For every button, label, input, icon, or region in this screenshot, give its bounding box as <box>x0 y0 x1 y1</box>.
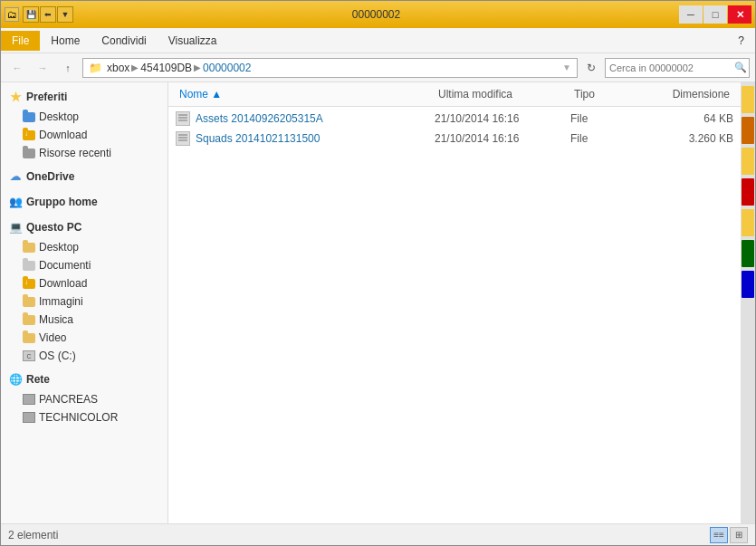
gruppo-home-label: Gruppo home <box>26 196 98 208</box>
col-header-date[interactable]: Ultima modifica <box>435 86 570 102</box>
file-type-squads: File <box>570 132 643 145</box>
sidebar-item-technicolor[interactable]: TECHNICOLOR <box>1 408 167 426</box>
close-button[interactable]: ✕ <box>728 5 751 24</box>
homegroup-icon: 👥 <box>8 195 23 209</box>
search-icon: 🔍 <box>734 62 747 73</box>
technicolor-label: TECHNICOLOR <box>39 411 118 424</box>
desktop-fav-label: Desktop <box>39 110 79 123</box>
sidebar-item-recent[interactable]: Risorse recenti <box>1 144 167 162</box>
desktop-pc-label: Desktop <box>39 241 79 254</box>
breadcrumb-path: 📁 xbox ▶ 454109DB ▶ 00000002 <box>89 62 559 74</box>
folder-generic-icon-desktop <box>23 243 35 253</box>
refresh-button[interactable]: ↻ <box>581 58 601 78</box>
sidebar-item-download-pc[interactable]: Download <box>1 274 167 292</box>
recent-label: Risorse recenti <box>39 147 111 159</box>
sidebar-item-musica[interactable]: Musica <box>1 311 167 329</box>
col-header-type[interactable]: Tipo <box>570 86 643 102</box>
pancreas-label: PANCREAS <box>39 393 98 406</box>
maximize-button[interactable]: □ <box>703 5 727 24</box>
strip-item-6 <box>742 240 754 267</box>
musica-label: Musica <box>39 313 73 326</box>
file-name-assets: Assets 20140926205315A <box>196 112 435 125</box>
quick-access-save[interactable]: 💾 <box>23 6 39 23</box>
file-name-squads: Squads 20141021131500 <box>196 132 435 145</box>
strip-item-7 <box>742 271 754 298</box>
folder-icon-address: 📁 <box>89 62 102 74</box>
folder-immagini-icon <box>23 297 35 307</box>
search-input[interactable] <box>609 62 734 73</box>
file-row-squads[interactable]: Squads 20141021131500 21/10/2014 16:16 F… <box>168 129 741 148</box>
breadcrumb-current: 00000002 <box>203 62 251 74</box>
col-header-size[interactable]: Dimensione <box>643 86 733 102</box>
sidebar-item-pancreas[interactable]: PANCREAS <box>1 390 167 408</box>
sidebar-section-onedrive: ☁ OneDrive <box>1 166 167 187</box>
file-list-area: Nome ▲ Ultima modifica Tipo Dimensione A… <box>168 82 741 523</box>
folder-blue-icon <box>23 112 35 122</box>
menu-item-view[interactable]: Visualizza <box>158 31 228 51</box>
minimize-button[interactable]: ─ <box>679 5 703 24</box>
file-date-squads: 21/10/2014 16:16 <box>435 132 570 145</box>
technicolor-icon <box>23 412 35 423</box>
item-count: 2 elementi <box>8 529 58 541</box>
file-size-assets: 64 KB <box>643 112 733 125</box>
preferiti-label: Preferiti <box>26 91 67 103</box>
file-icon-squads <box>176 131 190 146</box>
file-list: Assets 20140926205315A 21/10/2014 16:16 … <box>168 107 741 523</box>
address-dropdown-icon[interactable]: ▼ <box>562 62 571 72</box>
window-title: 00000002 <box>73 8 679 21</box>
quick-access-undo[interactable]: ⬅ <box>40 6 56 23</box>
download-fav-label: Download <box>39 129 87 141</box>
file-date-assets: 21/10/2014 16:16 <box>435 112 570 125</box>
quick-access-toolbar: 💾 ⬅ ▼ <box>23 6 73 23</box>
sidebar-item-desktop-fav[interactable]: Desktop <box>1 108 167 126</box>
documenti-label: Documenti <box>39 259 91 272</box>
title-bar: 🗂 💾 ⬅ ▼ 00000002 ─ □ ✕ <box>1 1 755 28</box>
sidebar-section-gruppo-home-header[interactable]: 👥 Gruppo home <box>1 191 167 213</box>
star-icon: ★ <box>8 90 23 104</box>
view-details-button[interactable]: ≡≡ <box>710 527 728 543</box>
sidebar-section-preferiti: ★ Preferiti Desktop Download Risorse rec… <box>1 86 167 162</box>
folder-music-icon <box>23 315 35 325</box>
cloud-icon: ☁ <box>8 169 23 184</box>
sidebar-item-documenti[interactable]: Documenti <box>1 256 167 274</box>
strip-item-4 <box>742 178 754 206</box>
menu-item-home[interactable]: Home <box>40 31 91 51</box>
forward-button[interactable]: → <box>32 58 53 78</box>
sidebar-item-os-c[interactable]: C OS (C:) <box>1 347 167 365</box>
sidebar: ★ Preferiti Desktop Download Risorse rec… <box>1 82 168 523</box>
back-button[interactable]: ← <box>6 58 28 78</box>
strip-item-3 <box>742 148 754 175</box>
menu-bar: File Home Condividi Visualizza ? <box>1 28 755 53</box>
address-input[interactable]: 📁 xbox ▶ 454109DB ▶ 00000002 ▼ <box>82 58 578 78</box>
menu-item-file[interactable]: File <box>1 31 40 51</box>
sidebar-item-immagini[interactable]: Immagini <box>1 292 167 311</box>
folder-download-icon-pc <box>23 279 35 289</box>
sidebar-section-onedrive-header[interactable]: ☁ OneDrive <box>1 166 167 187</box>
search-box[interactable]: 🔍 <box>605 58 750 78</box>
file-row-assets[interactable]: Assets 20140926205315A 21/10/2014 16:16 … <box>168 109 741 129</box>
file-list-header: Nome ▲ Ultima modifica Tipo Dimensione <box>168 82 741 107</box>
sidebar-item-desktop-pc[interactable]: Desktop <box>1 238 167 256</box>
view-icons-button[interactable]: ⊞ <box>730 527 748 543</box>
sidebar-section-questo-pc-header[interactable]: 💻 Questo PC <box>1 216 167 238</box>
file-type-assets: File <box>570 112 643 125</box>
sidebar-section-questo-pc: 💻 Questo PC Desktop Documenti Download <box>1 216 167 365</box>
up-button[interactable]: ↑ <box>57 58 79 78</box>
questo-pc-label: Questo PC <box>26 221 81 234</box>
sidebar-section-rete-header[interactable]: 🌐 Rete <box>1 369 167 390</box>
address-bar: ← → ↑ 📁 xbox ▶ 454109DB ▶ 00000002 ▼ ↻ 🔍 <box>1 53 755 82</box>
sidebar-item-video[interactable]: Video <box>1 329 167 347</box>
menu-item-share[interactable]: Condividi <box>91 31 157 51</box>
os-c-label: OS (C:) <box>39 350 76 362</box>
sidebar-section-gruppo-home: 👥 Gruppo home <box>1 191 167 213</box>
rete-label: Rete <box>26 373 50 386</box>
help-button[interactable]: ? <box>727 31 755 51</box>
network-icon: 🌐 <box>8 372 23 387</box>
download-pc-label: Download <box>39 277 87 290</box>
sidebar-section-preferiti-header[interactable]: ★ Preferiti <box>1 86 167 108</box>
col-header-name[interactable]: Nome ▲ <box>176 86 435 102</box>
quick-access-dropdown[interactable]: ▼ <box>57 6 73 23</box>
folder-download-icon <box>23 130 35 140</box>
sidebar-item-download-fav[interactable]: Download <box>1 126 167 144</box>
file-icon-assets <box>176 111 190 126</box>
